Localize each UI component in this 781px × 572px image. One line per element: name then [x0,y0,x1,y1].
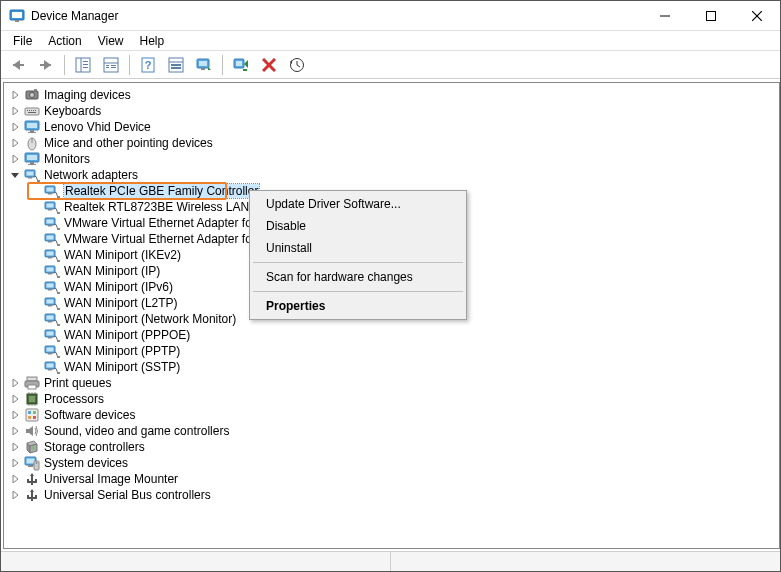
chevron-right-icon[interactable] [8,136,22,150]
svg-rect-62 [57,196,60,198]
menu-view[interactable]: View [90,32,132,50]
tree-item-label: Network adapters [44,168,138,182]
tree-item-label: Keyboards [44,104,101,118]
chevron-right-icon[interactable] [8,104,22,118]
chevron-right-icon[interactable] [8,424,22,438]
svg-rect-37 [34,89,37,91]
svg-rect-85 [48,289,52,291]
network-icon [44,215,60,231]
svg-rect-64 [47,204,54,208]
tree-item-label: Storage controllers [44,440,145,454]
properties-toggle-button[interactable] [98,53,124,77]
svg-rect-69 [48,225,52,227]
tree-category[interactable]: Imaging devices [8,87,779,103]
tree-category[interactable]: Software devices [8,407,779,423]
network-icon [44,359,60,375]
chevron-right-icon[interactable] [8,392,22,406]
tree-item-label: Sound, video and game controllers [44,424,229,438]
ctx-update-driver[interactable]: Update Driver Software... [252,193,464,215]
ctx-separator [253,291,463,292]
minimize-button[interactable] [642,1,688,30]
svg-rect-57 [28,177,32,179]
svg-rect-58 [37,180,40,182]
tree-category[interactable]: Print queues [8,375,779,391]
chevron-right-icon[interactable] [8,376,22,390]
svg-rect-93 [48,321,52,323]
menu-file[interactable]: File [5,32,40,50]
menu-help[interactable]: Help [132,32,173,50]
chevron-down-icon[interactable] [8,168,22,182]
tree-device[interactable]: WAN Miniport (SSTP) [28,359,779,375]
chevron-right-icon[interactable] [8,440,22,454]
titlebar: Device Manager [1,1,780,31]
svg-rect-96 [47,332,54,336]
context-menu: Update Driver Software... Disable Uninst… [249,190,467,320]
storage-icon [24,439,40,455]
maximize-button[interactable] [688,1,734,30]
chevron-right-icon[interactable] [8,120,22,134]
ctx-scan-hardware[interactable]: Scan for hardware changes [252,266,464,288]
uninstall-button[interactable] [256,53,282,77]
svg-rect-66 [57,212,60,214]
svg-rect-72 [47,236,54,240]
imaging-icon [24,87,40,103]
back-button[interactable] [5,53,31,77]
tree-device[interactable]: WAN Miniport (PPTP) [28,343,779,359]
tree-item-label: Software devices [44,408,135,422]
device-display-button[interactable] [191,53,217,77]
chevron-right-icon[interactable] [8,456,22,470]
network-icon [44,295,60,311]
svg-rect-56 [27,172,34,176]
svg-rect-81 [48,273,52,275]
svg-rect-41 [31,110,32,111]
menubar: File Action View Help [1,31,780,51]
tree-category[interactable]: Monitors [8,151,779,167]
svg-rect-42 [33,110,34,111]
action-pane-button[interactable] [163,53,189,77]
svg-rect-44 [28,112,36,113]
tree-category[interactable]: Lenovo Vhid Device [8,119,779,135]
scan-hardware-button[interactable] [228,53,254,77]
tree-category[interactable]: Mice and other pointing devices [8,135,779,151]
tree-category[interactable]: System devices [8,455,779,471]
monitor-icon [24,151,40,167]
tree-device[interactable]: WAN Miniport (PPPOE) [28,327,779,343]
mouse-icon [24,135,40,151]
update-driver-button[interactable] [284,53,310,77]
svg-rect-1 [12,12,22,18]
ctx-uninstall[interactable]: Uninstall [252,237,464,259]
chevron-right-icon[interactable] [8,152,22,166]
tree-category[interactable]: Keyboards [8,103,779,119]
svg-rect-27 [199,61,207,66]
chevron-right-icon[interactable] [8,408,22,422]
svg-rect-16 [106,65,109,66]
svg-rect-47 [30,130,34,132]
svg-point-128 [36,462,38,464]
tree-category[interactable]: Sound, video and game controllers [8,423,779,439]
menu-action[interactable]: Action [40,32,89,50]
help-button[interactable]: ? [135,53,161,77]
content-area: Imaging devicesKeyboardsLenovo Vhid Devi… [1,79,780,551]
show-hide-tree-button[interactable] [70,53,96,77]
svg-rect-104 [47,364,54,368]
tree-item-label: WAN Miniport (Network Monitor) [64,312,236,326]
ctx-disable[interactable]: Disable [252,215,464,237]
chevron-right-icon[interactable] [8,488,22,502]
chevron-right-icon[interactable] [8,472,22,486]
ctx-properties[interactable]: Properties [252,295,464,317]
tree-category[interactable]: Universal Serial Bus controllers [8,487,779,503]
tree-category[interactable]: Storage controllers [8,439,779,455]
svg-rect-28 [201,68,205,70]
tree-category[interactable]: Universal Image Mounter [8,471,779,487]
forward-button[interactable] [33,53,59,77]
svg-rect-101 [48,353,52,355]
tree-category[interactable]: Network adapters [8,167,779,183]
device-tree-pane[interactable]: Imaging devicesKeyboardsLenovo Vhid Devi… [3,82,780,549]
svg-rect-8 [40,64,51,66]
svg-rect-65 [48,209,52,211]
tree-item-label: Processors [44,392,104,406]
close-button[interactable] [734,1,780,30]
tree-item-label: WAN Miniport (PPPOE) [64,328,190,342]
chevron-right-icon[interactable] [8,88,22,102]
tree-category[interactable]: Processors [8,391,779,407]
